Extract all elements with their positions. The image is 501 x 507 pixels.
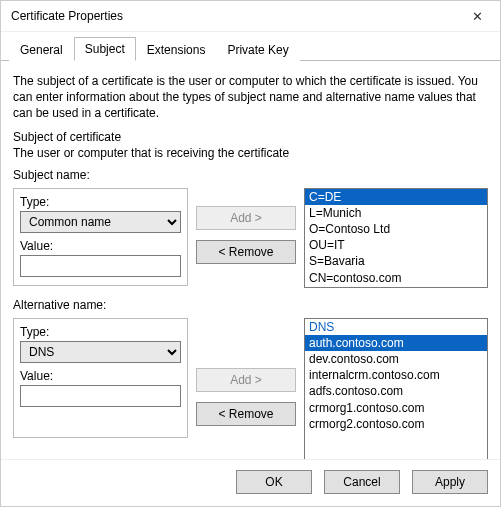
subject-name-label: Subject name: [13,168,488,182]
close-icon: ✕ [472,9,483,24]
dialog-button-bar: OK Cancel Apply [1,459,500,506]
intro-text: The subject of a certificate is the user… [13,73,488,122]
subject-add-button[interactable]: Add > [196,206,296,230]
subject-value-input[interactable] [20,255,181,277]
altname-list[interactable]: DNS auth.contoso.com dev.contoso.com int… [304,318,488,459]
altname-remove-button[interactable]: < Remove [196,402,296,426]
list-item[interactable]: CN=contoso.com [305,270,487,286]
altname-buttons: Add > < Remove [196,318,296,426]
subject-heading: Subject of certificate [13,130,488,144]
list-item[interactable]: internalcrm.contoso.com [305,367,487,383]
subject-name-row: Type: Common name Value: Add > < Remove … [13,188,488,288]
altname-list-container: DNS auth.contoso.com dev.contoso.com int… [304,318,488,459]
altname-type-select[interactable]: DNS [20,341,181,363]
tab-subject[interactable]: Subject [74,37,136,61]
list-item[interactable]: L=Munich [305,205,487,221]
list-item[interactable]: adfs.contoso.com [305,383,487,399]
subject-type-label: Type: [20,195,181,209]
subject-subheading: The user or computer that is receiving t… [13,146,488,160]
list-item[interactable]: O=Contoso Ltd [305,221,487,237]
alternative-name-row: Type: DNS Value: Add > < Remove DNS auth… [13,318,488,459]
tab-private-key[interactable]: Private Key [216,38,299,61]
apply-button[interactable]: Apply [412,470,488,494]
cancel-button[interactable]: Cancel [324,470,400,494]
dialog-body: The subject of a certificate is the user… [1,61,500,459]
altname-value-label: Value: [20,369,181,383]
tab-extensions[interactable]: Extensions [136,38,217,61]
altname-type-label: Type: [20,325,181,339]
subject-list-container: C=DE L=Munich O=Contoso Ltd OU=IT S=Bava… [304,188,488,288]
window-title: Certificate Properties [11,9,456,23]
altname-add-button[interactable]: Add > [196,368,296,392]
list-item[interactable]: crmorg2.contoso.com [305,416,487,432]
list-item[interactable]: auth.contoso.com [305,335,487,351]
list-header: DNS [305,319,487,335]
certificate-properties-window: Certificate Properties ✕ General Subject… [0,0,501,507]
list-item[interactable]: S=Bavaria [305,253,487,269]
ok-button[interactable]: OK [236,470,312,494]
close-button[interactable]: ✕ [456,2,498,30]
subject-list[interactable]: C=DE L=Munich O=Contoso Ltd OU=IT S=Bava… [304,188,488,288]
subject-type-select[interactable]: Common name [20,211,181,233]
altname-value-input[interactable] [20,385,181,407]
subject-buttons: Add > < Remove [196,188,296,264]
list-item[interactable]: OU=IT [305,237,487,253]
list-item[interactable]: dev.contoso.com [305,351,487,367]
list-item[interactable]: C=DE [305,189,487,205]
altname-name-label: Alternative name: [13,298,488,312]
tab-strip: General Subject Extensions Private Key [1,36,500,61]
subject-remove-button[interactable]: < Remove [196,240,296,264]
subject-name-panel: Type: Common name Value: [13,188,188,286]
list-item[interactable]: crmorg1.contoso.com [305,400,487,416]
tab-general[interactable]: General [9,38,74,61]
altname-panel: Type: DNS Value: [13,318,188,438]
subject-value-label: Value: [20,239,181,253]
titlebar: Certificate Properties ✕ [1,1,500,32]
